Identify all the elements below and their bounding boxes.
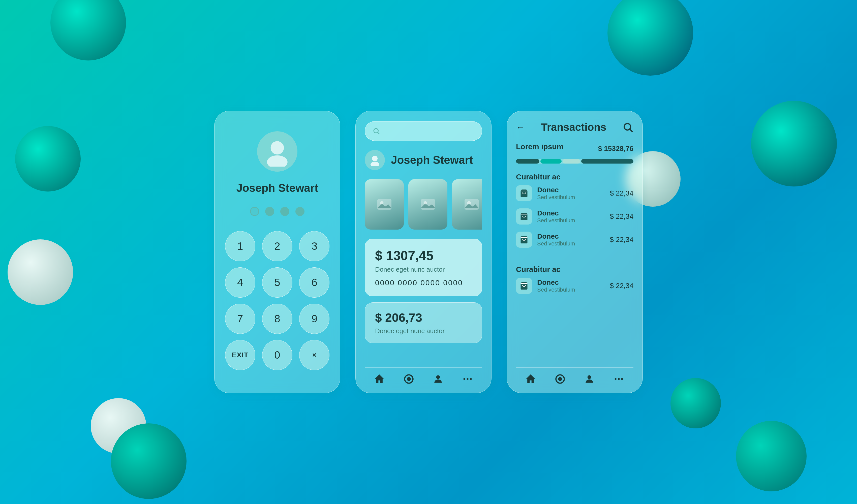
progress-section: Lorem ipsum $ 15328,76 [516, 142, 634, 164]
section2-label: Curabitur ac [516, 173, 634, 181]
svg-point-19 [624, 123, 631, 130]
pin-user-name: Joseph Stewart [236, 182, 318, 194]
decorative-ball-3 [15, 126, 81, 191]
progress-seg-1 [516, 159, 539, 164]
decorative-ball-1 [50, 0, 126, 61]
tx-item-1-amount: $ 22,34 [610, 189, 634, 197]
progress-seg-4 [581, 159, 634, 164]
balance-amount-2: $ 206,73 [375, 311, 472, 324]
key-0[interactable]: 0 [262, 340, 292, 370]
svg-point-14 [407, 378, 410, 381]
main-bottom-nav [365, 367, 482, 385]
search-icon [372, 127, 380, 136]
section1-amount: $ 15328,76 [598, 145, 634, 153]
key-3[interactable]: 3 [299, 231, 330, 261]
pin-card: Joseph Stewart 1 2 3 4 5 6 7 8 9 EXIT 0 … [214, 111, 340, 393]
card-number: 0000 0000 0000 0000 [375, 279, 472, 287]
progress-bar [516, 159, 634, 164]
svg-line-20 [630, 129, 633, 132]
balance-amount-1: $ 1307,45 [375, 248, 472, 263]
svg-marker-12 [375, 374, 384, 383]
pin-dot-3 [280, 207, 289, 216]
nav-user[interactable] [432, 373, 444, 385]
transactions-header: ← Transactions [516, 121, 634, 133]
tx-item-2-left: Donec Sed vestibulum [516, 208, 575, 224]
user-row: Joseph Stewart [365, 150, 482, 170]
avatar [257, 131, 298, 172]
tx-nav-circle[interactable] [554, 373, 566, 385]
progress-seg-2 [540, 159, 561, 164]
svg-point-17 [467, 378, 468, 380]
svg-point-15 [436, 375, 440, 379]
svg-point-27 [558, 378, 561, 381]
tx-item-2-amount: $ 22,34 [610, 213, 634, 220]
tx-item-4-name: Donec [537, 279, 575, 287]
tx-bag-icon-4 [516, 278, 532, 294]
tx-item-2: Donec Sed vestibulum $ 22,34 [516, 208, 634, 224]
pin-dot-1 [250, 207, 259, 216]
svg-point-4 [372, 156, 377, 161]
balance-label-2: Donec eget nunc auctor [375, 327, 472, 335]
key-8[interactable]: 8 [262, 304, 292, 334]
image-thumb-3 [452, 179, 482, 230]
image-thumb-2 [408, 179, 448, 230]
search-bar[interactable] [365, 121, 482, 141]
svg-point-31 [621, 378, 623, 380]
decorative-ball-6 [111, 423, 186, 499]
decorative-ball-8 [736, 421, 807, 491]
tx-item-4-left: Donec Sed vestibulum [516, 278, 575, 294]
tx-nav-home[interactable] [524, 373, 537, 385]
tx-item-3-name: Donec [537, 232, 575, 240]
key-6[interactable]: 6 [299, 267, 330, 298]
transactions-search-icon[interactable] [622, 122, 634, 133]
tx-nav-more[interactable] [612, 373, 625, 385]
key-1[interactable]: 1 [225, 231, 255, 261]
decorative-ball-5 [91, 398, 146, 454]
transactions-title: Transactions [541, 121, 606, 133]
user-avatar-small [365, 150, 385, 170]
progress-header: Lorem ipsum $ 15328,76 [516, 142, 634, 155]
key-5[interactable]: 5 [262, 267, 292, 298]
balance-card-1: $ 1307,45 Donec eget nunc auctor 0000 00… [365, 239, 482, 296]
tx-item-4-amount: $ 22,34 [610, 282, 634, 290]
svg-point-29 [615, 378, 616, 380]
tx-item-1-left: Donec Sed vestibulum [516, 185, 575, 201]
tx-nav-user[interactable] [583, 373, 595, 385]
section3-label: Curabitur ac [516, 265, 634, 274]
key-9[interactable]: 9 [299, 304, 330, 334]
tx-item-1-info: Donec Sed vestibulum [537, 186, 575, 201]
tx-item-3-left: Donec Sed vestibulum [516, 232, 575, 248]
key-2[interactable]: 2 [262, 231, 292, 261]
tx-item-4: Donec Sed vestibulum $ 22,34 [516, 278, 634, 294]
svg-point-18 [470, 378, 472, 380]
image-thumb-icon-1 [375, 196, 393, 213]
tx-item-3-info: Donec Sed vestibulum [537, 232, 575, 247]
nav-home[interactable] [373, 373, 386, 385]
pin-dot-2 [265, 207, 274, 216]
tx-item-1: Donec Sed vestibulum $ 22,34 [516, 185, 634, 201]
progress-seg-3 [562, 159, 580, 164]
nav-circle[interactable] [403, 373, 415, 385]
section-divider [516, 260, 634, 260]
image-thumb-icon-2 [419, 196, 437, 213]
balance-card-2: $ 206,73 Donec eget nunc auctor [365, 302, 482, 343]
back-button[interactable]: ← [516, 122, 525, 133]
search-input[interactable] [384, 127, 474, 135]
svg-point-30 [618, 378, 620, 380]
svg-point-0 [271, 141, 284, 154]
nav-more[interactable] [461, 373, 474, 385]
key-7[interactable]: 7 [225, 304, 255, 334]
user-avatar-icon [369, 154, 381, 166]
tx-item-3-sub: Sed vestibulum [537, 240, 575, 247]
svg-rect-10 [465, 199, 478, 210]
tx-bag-icon-2 [516, 208, 532, 224]
key-delete[interactable]: × [299, 340, 330, 370]
decorative-ball-7 [751, 101, 837, 186]
svg-point-28 [588, 375, 591, 379]
svg-marker-25 [526, 374, 535, 383]
key-exit[interactable]: EXIT [225, 340, 255, 370]
key-4[interactable]: 4 [225, 267, 255, 298]
tx-bag-icon-1 [516, 185, 532, 201]
svg-point-16 [463, 378, 465, 380]
svg-rect-8 [421, 199, 435, 210]
